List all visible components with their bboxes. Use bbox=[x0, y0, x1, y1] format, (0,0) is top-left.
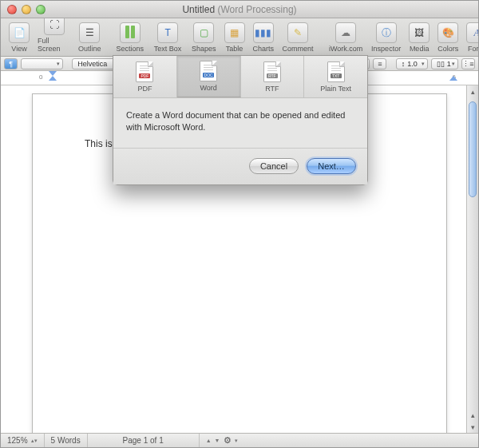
zoom-stepper-icon: ▴▾ bbox=[31, 438, 38, 444]
toolbar-sections[interactable]: Sections bbox=[113, 21, 148, 54]
shapes-icon: ▢ bbox=[193, 22, 214, 43]
toolbar-colors-label: Colors bbox=[437, 45, 458, 53]
vertical-scrollbar[interactable]: ▴ ▴ ▾ bbox=[466, 85, 478, 433]
toolbar-inspector-label: Inspector bbox=[371, 45, 401, 53]
ruler-tick-0: 0 bbox=[39, 73, 42, 81]
table-icon: ▦ bbox=[224, 22, 245, 43]
toolbar-comment-label: Comment bbox=[283, 45, 314, 53]
toolbar-outline-label: Outline bbox=[78, 45, 101, 53]
toolbar-iwork-label: iWork.com bbox=[329, 45, 362, 53]
inspector-icon: ⓘ bbox=[376, 22, 397, 43]
export-description: Create a Word document that can be opene… bbox=[113, 97, 367, 148]
toolbar-view[interactable]: 📄 View bbox=[6, 13, 33, 54]
toolbar-fonts-label: Fonts bbox=[468, 45, 479, 53]
charts-icon: ▮▮▮ bbox=[253, 22, 274, 43]
export-tab-rtf-label: RTF bbox=[265, 85, 279, 93]
toolbar-colors[interactable]: 🎨 Colors bbox=[434, 21, 461, 54]
style-select[interactable] bbox=[21, 58, 63, 69]
window-controls bbox=[7, 5, 46, 14]
next-button[interactable]: Next… bbox=[307, 158, 356, 174]
view-icon: 📄 bbox=[9, 22, 30, 43]
scroll-down-arrow-icon[interactable]: ▾ bbox=[467, 421, 478, 433]
export-sheet-footer: Cancel Next… bbox=[113, 148, 367, 184]
export-sheet: PDF PDF DOC Word RTF RTF TXT Plain Text … bbox=[113, 55, 368, 185]
toolbar-sections-label: Sections bbox=[117, 45, 144, 53]
toolbar-inspector[interactable]: ⓘ Inspector bbox=[368, 21, 404, 54]
export-tab-word-label: Word bbox=[200, 84, 216, 92]
nav-up-icon[interactable]: ▲ bbox=[206, 438, 212, 443]
toolbar-media-label: Media bbox=[410, 45, 430, 53]
cancel-button[interactable]: Cancel bbox=[249, 158, 299, 174]
toolbar-fonts[interactable]: A Fonts bbox=[463, 21, 479, 54]
media-icon: 🖼 bbox=[409, 22, 430, 43]
toolbar-textbox-label: Text Box bbox=[154, 45, 182, 53]
list-style-button[interactable]: ⋮≡ bbox=[461, 58, 475, 69]
align-justify-button[interactable]: ≡ bbox=[373, 58, 386, 69]
line-spacing-value: 1.0 bbox=[407, 60, 418, 68]
export-tab-plaintext-label: Plain Text bbox=[320, 85, 351, 93]
sections-icon bbox=[120, 22, 141, 43]
toolbar-table[interactable]: ▦ Table bbox=[221, 21, 248, 54]
rtf-file-icon: RTF bbox=[263, 61, 281, 82]
toolbar-charts-label: Charts bbox=[253, 45, 275, 53]
page-indicator-value: Page 1 of 1 bbox=[123, 436, 164, 445]
word-file-icon: DOC bbox=[200, 61, 217, 81]
titlebar: Untitled (Word Processing) bbox=[1, 1, 478, 18]
paragraph-style-button[interactable]: ¶ bbox=[4, 58, 18, 69]
comment-icon: ✎ bbox=[287, 22, 308, 43]
export-tab-plaintext[interactable]: TXT Plain Text bbox=[304, 56, 367, 97]
line-spacing-select[interactable]: ↕1.0 bbox=[396, 58, 428, 69]
nav-down-icon[interactable]: ▼ bbox=[215, 438, 220, 443]
toolbar-view-label: View bbox=[11, 45, 26, 53]
minimize-window-button[interactable] bbox=[22, 5, 31, 14]
export-tab-word[interactable]: DOC Word bbox=[177, 56, 241, 97]
pdf-file-icon: PDF bbox=[136, 61, 153, 82]
columns-value: 1 bbox=[447, 60, 451, 68]
status-tools: ▲ ▼ ⚙▾ bbox=[200, 434, 244, 447]
toolbar: 📄 View ⛶ Full Screen ☰ Outline Sections … bbox=[1, 18, 478, 57]
toolbar-comment[interactable]: ✎ Comment bbox=[279, 21, 317, 54]
status-bar: 125% ▴▾ 5 Words Page 1 of 1 ▲ ▼ ⚙▾ bbox=[1, 433, 478, 447]
toolbar-media[interactable]: 🖼 Media bbox=[406, 21, 433, 54]
textbox-icon: T bbox=[157, 22, 178, 43]
toolbar-iwork[interactable]: ☁ iWork.com bbox=[327, 21, 365, 54]
export-tab-rtf[interactable]: RTF RTF bbox=[241, 56, 305, 97]
title-main: Untitled bbox=[182, 4, 215, 15]
right-indent-marker[interactable] bbox=[449, 76, 457, 81]
columns-select[interactable]: ▯▯1 bbox=[431, 58, 458, 69]
scroll-thumb[interactable] bbox=[469, 101, 477, 197]
toolbar-shapes[interactable]: ▢ Shapes bbox=[188, 21, 220, 54]
font-family-value: Helvetica bbox=[77, 60, 107, 68]
fonts-icon: A bbox=[466, 22, 479, 43]
window-title: Untitled (Word Processing) bbox=[1, 4, 478, 15]
plaintext-file-icon: TXT bbox=[327, 61, 345, 82]
toolbar-fullscreen[interactable]: ⛶ Full Screen bbox=[34, 13, 74, 54]
export-format-tabs: PDF PDF DOC Word RTF RTF TXT Plain Text bbox=[113, 56, 367, 97]
toolbar-table-label: Table bbox=[226, 45, 243, 53]
gear-icon[interactable]: ⚙ bbox=[224, 435, 232, 446]
word-count[interactable]: 5 Words bbox=[45, 434, 88, 447]
toolbar-shapes-label: Shapes bbox=[192, 45, 216, 53]
outline-icon: ☰ bbox=[79, 22, 100, 43]
app-window: Untitled (Word Processing) 📄 View ⛶ Full… bbox=[0, 0, 479, 448]
zoom-value: 125% bbox=[7, 436, 28, 445]
scroll-up-arrow-icon[interactable]: ▴ bbox=[467, 85, 478, 97]
export-tab-pdf-label: PDF bbox=[137, 85, 152, 93]
scroll-up2-arrow-icon[interactable]: ▴ bbox=[467, 409, 478, 421]
colors-icon: 🎨 bbox=[437, 22, 458, 43]
left-indent-marker[interactable] bbox=[49, 76, 57, 81]
toolbar-charts[interactable]: ▮▮▮ Charts bbox=[250, 21, 278, 54]
toolbar-fullscreen-label: Full Screen bbox=[38, 37, 71, 53]
close-window-button[interactable] bbox=[7, 5, 17, 14]
page-indicator[interactable]: Page 1 of 1 bbox=[88, 434, 200, 447]
toolbar-outline[interactable]: ☰ Outline bbox=[76, 13, 103, 54]
iwork-icon: ☁ bbox=[335, 22, 356, 43]
word-count-value: 5 Words bbox=[51, 436, 81, 445]
title-sub: (Word Processing) bbox=[217, 4, 296, 15]
toolbar-textbox[interactable]: T Text Box bbox=[148, 21, 187, 54]
zoom-control[interactable]: 125% ▴▾ bbox=[1, 434, 45, 447]
zoom-window-button[interactable] bbox=[36, 5, 46, 14]
export-tab-pdf[interactable]: PDF PDF bbox=[113, 56, 177, 97]
